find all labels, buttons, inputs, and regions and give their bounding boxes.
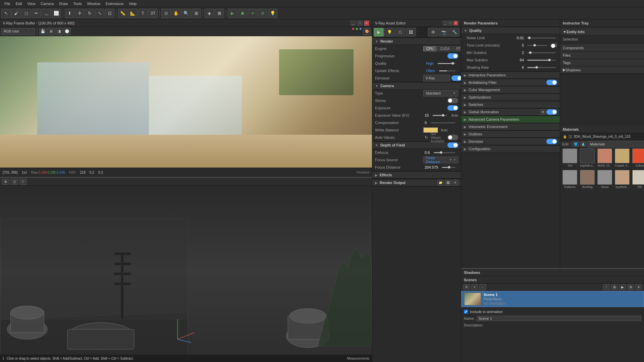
tags-header[interactable]: Tags xyxy=(560,59,644,66)
menu-camera[interactable]: Camera xyxy=(38,0,56,7)
scene-name-input[interactable] xyxy=(477,316,641,321)
effects-section-header[interactable]: ▶ Effects xyxy=(372,171,461,179)
scenes-close-btn[interactable]: ✕ xyxy=(635,284,642,290)
progressive-switch[interactable] xyxy=(447,53,458,59)
viewport-content[interactable] xyxy=(0,186,372,355)
vp-view-btn[interactable]: ⊞ xyxy=(2,179,9,185)
menu-tools[interactable]: Tools xyxy=(70,0,85,7)
scene-item-1[interactable]: Scene 1 Photo/None No Description xyxy=(461,291,644,307)
select-tool-btn[interactable]: ↖ xyxy=(1,9,11,18)
include-anim-checkbox[interactable] xyxy=(464,310,468,314)
wb-auto[interactable]: Auto xyxy=(441,128,448,132)
fb-minimize-btn[interactable]: _ xyxy=(351,20,356,26)
files-header[interactable]: Files xyxy=(560,52,644,59)
ae-tab-texture[interactable]: 🖼 xyxy=(406,28,416,37)
paint-tool-btn[interactable]: 🖌 xyxy=(11,9,21,18)
ae-tab-settings[interactable]: ⚙ xyxy=(428,28,438,37)
menu-draw[interactable]: Draw xyxy=(56,0,70,7)
type-dropdown[interactable]: Standard ▼ xyxy=(423,90,458,97)
mat-tile[interactable]: Tile xyxy=(631,170,644,190)
erase-tool-btn[interactable]: ◻ xyxy=(21,9,31,18)
mat-stone[interactable]: Stone xyxy=(596,170,613,190)
mat-patterns[interactable]: Patterns xyxy=(561,170,578,190)
shape-tool-btn[interactable]: ⬜ xyxy=(52,9,61,18)
camera-section-header[interactable]: ▼ Camera xyxy=(372,82,461,89)
mat-asphalt[interactable]: Asphalt a... xyxy=(579,148,596,169)
gi-switch[interactable] xyxy=(546,109,557,115)
mat-synthetic[interactable]: Syntheti... xyxy=(614,170,631,190)
configuration-row[interactable]: ▶ Configuration xyxy=(461,145,560,153)
ae-tab-render[interactable]: ▶ xyxy=(374,28,384,37)
menu-view[interactable]: View xyxy=(25,0,38,7)
mat-roofing[interactable]: Roofing xyxy=(579,170,596,190)
scenes-refresh-btn[interactable]: ↻ xyxy=(463,284,470,290)
vray-settings-btn[interactable]: ⚙ xyxy=(258,9,267,18)
offset-btn[interactable]: ⊡ xyxy=(105,9,114,18)
scenes-up-btn[interactable]: ↑ xyxy=(603,284,610,290)
ev-auto[interactable]: Auto xyxy=(451,114,458,117)
orbit-btn[interactable]: ⊙ xyxy=(161,9,171,18)
mat-paintbucket-btn[interactable]: 🪣 xyxy=(573,141,579,147)
render-output-header[interactable]: ▶ Render Output 📁 🖼 ↺ xyxy=(372,179,461,186)
vol-env-row[interactable]: ▶ Volumetric Environment xyxy=(461,123,560,130)
dn-switch[interactable] xyxy=(546,139,557,144)
3d-text-btn[interactable]: 3T xyxy=(148,9,158,18)
arc-tool-btn[interactable]: ◡ xyxy=(42,9,51,18)
vray-denoiser-btn[interactable]: ✦ xyxy=(248,9,257,18)
scenes-settings-btn[interactable]: ⚙ xyxy=(627,284,634,290)
mat-eyedropper-btn[interactable]: 💧 xyxy=(580,141,586,147)
dof-section-header[interactable]: ▼ Depth of Field xyxy=(372,141,461,149)
auto-values-switch[interactable] xyxy=(447,135,458,140)
fb-history-btn[interactable]: 🕐 xyxy=(63,28,71,35)
scenes-add-btn[interactable]: + xyxy=(471,284,478,290)
ae-tab-geometry[interactable]: ⬡ xyxy=(395,28,405,37)
zoom-extents-btn[interactable]: ⊞ xyxy=(192,9,201,18)
menu-file[interactable]: File xyxy=(2,0,13,7)
stereo-switch[interactable] xyxy=(447,98,458,103)
color-mode-dropdown[interactable]: RGB color xyxy=(1,28,35,35)
denoiser-dropdown[interactable]: V-Ray xyxy=(423,75,450,81)
auto-values-icon[interactable]: ↻ xyxy=(425,135,428,140)
menu-window[interactable]: Window xyxy=(85,0,103,7)
fb-color-picker-btn[interactable]: 🎨 xyxy=(363,28,371,35)
exposure-switch[interactable] xyxy=(447,105,458,111)
aa-switch[interactable] xyxy=(546,80,557,85)
optimizations-row[interactable]: ▶ Optimizations xyxy=(461,94,560,101)
time-limit-switch[interactable] xyxy=(550,43,557,47)
focus-source-dropdown[interactable]: Fixed Distance ▼ + xyxy=(423,157,458,163)
vray-light-btn[interactable]: 💡 xyxy=(268,9,277,18)
antialiasing-row[interactable]: ▶ Antialiasing Filter xyxy=(461,79,560,86)
tape-measure-btn[interactable]: 📏 xyxy=(118,9,127,18)
interactive-params-row[interactable]: ▶ Interactive Parameters xyxy=(461,71,560,79)
scenes-play-btn[interactable]: ▶ xyxy=(619,284,626,290)
fb-maximize-btn[interactable]: □ xyxy=(357,20,363,26)
mat-tint[interactable]: Tint xyxy=(561,148,578,169)
vray-render-btn[interactable]: ▶ xyxy=(228,9,237,18)
ae-tab-light[interactable]: 💡 xyxy=(384,28,394,37)
menu-help[interactable]: Help xyxy=(126,0,140,7)
shadows-header[interactable]: ▶ Shadows xyxy=(560,66,644,74)
mat-type-dropdown[interactable]: Materials ▼ xyxy=(588,141,644,147)
push-pull-btn[interactable]: ⬆ xyxy=(65,9,74,18)
denoiser-rp-row[interactable]: ▶ Denoiser xyxy=(461,138,560,145)
rotate-btn[interactable]: ↻ xyxy=(85,9,94,18)
gi-row[interactable]: ▶ Global Illumination ⛓ xyxy=(461,108,560,116)
mat-carpet[interactable]: Carpet, F... xyxy=(614,148,631,169)
pan-btn[interactable]: ✋ xyxy=(171,9,181,18)
fb-lut-btn[interactable]: ◨ xyxy=(55,28,63,35)
entity-info-header[interactable]: ▼ Entity Info xyxy=(560,28,644,36)
vray-ipr-btn[interactable]: ⏺ xyxy=(238,9,247,18)
ae-maximize-btn[interactable]: □ xyxy=(448,21,453,25)
outlines-row[interactable]: ▶ Outlines xyxy=(461,130,560,138)
color-mgmt-row[interactable]: ▶ Color Management xyxy=(461,86,560,94)
components-header[interactable]: Components xyxy=(560,44,644,52)
switches-row[interactable]: ▶ Switches xyxy=(461,101,560,108)
scenes-minus-btn[interactable]: - xyxy=(479,284,486,290)
denoiser-switch[interactable] xyxy=(451,75,461,81)
group-btn[interactable]: ⊠ xyxy=(215,9,224,18)
menu-edit[interactable]: Edit xyxy=(13,0,25,7)
gi-link-btn[interactable]: ⛓ xyxy=(540,109,546,115)
line-tool-btn[interactable]: ✏ xyxy=(32,9,41,18)
component-btn[interactable]: ◈ xyxy=(205,9,214,18)
fb-close-btn[interactable]: ✕ xyxy=(364,20,369,26)
